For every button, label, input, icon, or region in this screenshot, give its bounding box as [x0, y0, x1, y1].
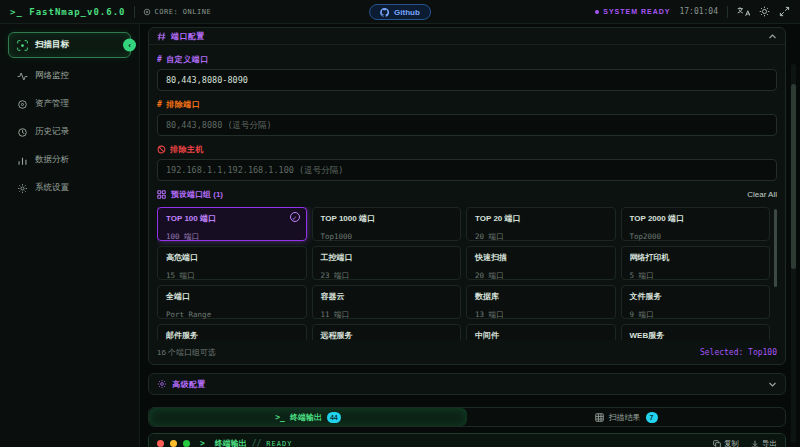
advanced-config-section: 高级配置: [148, 373, 786, 395]
selected-label: Selected: Top100: [700, 348, 777, 357]
port-group-card[interactable]: 快速扫描 20 端口: [466, 246, 616, 280]
tab-label: 终端输出: [290, 412, 322, 423]
port-group-card[interactable]: TOP 100 端口 100 端口 ✓: [157, 207, 307, 241]
sidebar-collapse-button[interactable]: ‹: [123, 39, 136, 52]
sidebar-item-label: 历史记录: [35, 126, 69, 138]
activity-icon: [17, 71, 28, 82]
yellow-dot-icon: [170, 440, 177, 447]
exclude-ports-input[interactable]: [157, 114, 777, 136]
preset-count-label: 16 个端口组可选: [157, 347, 216, 358]
port-group-card[interactable]: 网络打印机 5 端口: [621, 246, 771, 280]
port-group-card[interactable]: 文件服务 9 端口: [621, 285, 771, 319]
port-config-header[interactable]: 端口配置: [149, 28, 785, 45]
terminal-header: >_ 终端输出 // READY 复制 导出: [149, 434, 785, 447]
bar-chart-icon: [17, 155, 28, 166]
check-circle-icon: ✓: [290, 212, 300, 222]
sidebar-item-label: 扫描目标: [35, 39, 69, 51]
tab-scan-results[interactable]: 扫描结果 7: [467, 408, 785, 426]
sidebar-item-data-analysis[interactable]: 数据分析: [8, 148, 131, 172]
sidebar-item-network-monitor[interactable]: 网络监控: [8, 64, 131, 88]
topbar: >_ FastNmap_v0.6.0 CORE: ONLINE Github S…: [0, 0, 800, 24]
sliders-icon: [157, 32, 166, 41]
fullscreen-icon[interactable]: [779, 6, 790, 17]
port-group-card[interactable]: 数据库 13 端口: [466, 285, 616, 319]
grid-scrollbar[interactable]: [774, 209, 777, 287]
port-group-card[interactable]: WEB服务: [621, 324, 771, 340]
hash-icon: #: [157, 100, 162, 109]
ban-icon: [157, 145, 166, 154]
port-group-card[interactable]: 远程服务: [312, 324, 462, 340]
github-icon: [380, 8, 389, 17]
download-icon: [751, 440, 759, 447]
port-group-grid: TOP 100 端口 100 端口 ✓ TOP 1000 端口 Top1000 …: [157, 207, 777, 340]
hash-icon: #: [157, 55, 162, 64]
sidebar-item-label: 数据分析: [35, 154, 69, 166]
sidebar-item-history[interactable]: 历史记录: [8, 120, 131, 144]
app-logo: >_ FastNmap_v0.6.0: [10, 7, 126, 17]
github-button[interactable]: Github: [369, 4, 431, 20]
port-group-card[interactable]: TOP 2000 端口 Top2000: [621, 207, 771, 241]
sidebar: 扫描目标 ‹ 网络监控 资产管理 历史记录 数据分析 系统设置: [0, 24, 140, 447]
terminal-panel: >_ 终端输出 // READY 复制 导出: [148, 433, 786, 447]
table-icon: [595, 413, 604, 422]
terminal-title: >_ 终端输出 // READY: [200, 438, 292, 447]
divider: [134, 6, 135, 18]
core-status-icon: [143, 8, 151, 16]
exclude-ports-label: # 排除端口: [157, 99, 777, 110]
core-status: CORE: ONLINE: [143, 8, 212, 16]
tab-terminal-output[interactable]: >_ 终端输出 44: [149, 408, 467, 426]
export-button[interactable]: 导出: [751, 439, 777, 447]
green-dot-icon: [183, 440, 190, 447]
port-group-card[interactable]: 全端口 Port Range: [157, 285, 307, 319]
system-status: SYSTEM READY: [595, 8, 670, 15]
port-group-card[interactable]: 容器云 11 端口: [312, 285, 462, 319]
port-group-card[interactable]: TOP 1000 端口 Top1000: [312, 207, 462, 241]
port-group-card[interactable]: 中间件: [466, 324, 616, 340]
sidebar-item-asset-management[interactable]: 资产管理: [8, 92, 131, 116]
scrollbar-thumb[interactable]: [791, 84, 796, 269]
theme-toggle-icon[interactable]: [759, 6, 770, 17]
sidebar-item-settings[interactable]: 系统设置: [8, 176, 131, 200]
github-label: Github: [394, 8, 420, 17]
port-group-card[interactable]: 邮件服务: [157, 324, 307, 340]
scan-target-icon: [17, 40, 28, 51]
system-status-label: SYSTEM READY: [603, 8, 670, 15]
terminal-status: READY: [266, 440, 292, 447]
terminal-prompt-icon: >_: [200, 439, 210, 447]
sidebar-item-scan-target[interactable]: 扫描目标 ‹: [8, 32, 131, 58]
section-title: 高级配置: [172, 379, 206, 390]
preset-groups-title: 预设端口组 (1): [157, 189, 223, 200]
copy-icon: [713, 440, 721, 447]
section-title: 端口配置: [171, 31, 205, 42]
language-toggle-icon[interactable]: [737, 6, 750, 17]
copy-button[interactable]: 复制: [713, 439, 739, 447]
clock: 17:01:04: [679, 7, 718, 16]
terminal-count-badge: 44: [327, 412, 341, 423]
asset-icon: [17, 99, 28, 110]
sidebar-item-label: 系统设置: [35, 182, 69, 194]
exclude-hosts-input[interactable]: [157, 159, 777, 181]
clear-all-button[interactable]: Clear All: [747, 190, 777, 199]
port-config-section: 端口配置 # 自定义端口 # 排除端口 排除主机: [148, 27, 786, 365]
results-count-badge: 7: [646, 412, 658, 423]
divider: [727, 6, 728, 18]
main-scrollbar[interactable]: [791, 64, 796, 443]
red-dot-icon: [157, 440, 164, 447]
gear-icon: [157, 379, 167, 389]
advanced-config-header[interactable]: 高级配置: [149, 374, 785, 394]
custom-ports-input[interactable]: [157, 69, 777, 91]
custom-ports-label: # 自定义端口: [157, 54, 777, 65]
gear-icon: [17, 183, 28, 194]
chevron-up-icon[interactable]: [768, 32, 777, 41]
tab-label: 扫描结果: [609, 412, 641, 423]
output-tabbar: >_ 终端输出 44 扫描结果 7: [148, 407, 786, 427]
status-dot-icon: [595, 10, 599, 14]
chevron-down-icon[interactable]: [768, 380, 777, 389]
clock-icon: [17, 127, 28, 138]
port-group-card[interactable]: 高危端口 15 端口: [157, 246, 307, 280]
terminal-prompt-icon: >_: [275, 413, 285, 422]
sidebar-item-label: 网络监控: [35, 70, 69, 82]
port-group-card[interactable]: 工控端口 23 端口: [312, 246, 462, 280]
grid-icon: [157, 190, 166, 199]
port-group-card[interactable]: TOP 20 端口 20 端口: [466, 207, 616, 241]
